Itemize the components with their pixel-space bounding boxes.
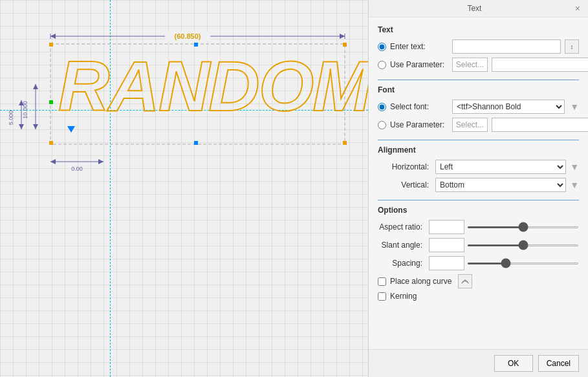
slant-angle-label: Slant angle: [378,241,426,250]
vertical-label: Vertical: [378,180,433,189]
horizontal-dropdown-arrow: ▼ [570,162,579,172]
slant-angle-slider[interactable] [467,244,579,246]
text-dialog: Text × Text Enter text: RANDOM ↕ Use Par… [368,0,588,377]
enter-text-radio[interactable] [378,43,386,51]
spacing-slider[interactable] [467,263,579,264]
text-icon-button[interactable]: ↕ [565,39,579,54]
options-divider [378,200,579,200]
dialog-footer: OK Cancel [369,349,588,377]
slant-angle-row: Slant angle: 0.000 [378,238,579,252]
canvas-area: (60.850) 10.000 5.000 0.00 RANDOM [0,0,368,377]
font-dropdown-arrow: ▼ [570,102,579,112]
kerning-row: Kerning [378,292,579,301]
alignment-section-title: Alignment [378,145,579,155]
svg-text:(60.850): (60.850) [175,32,201,40]
dialog-title: Text [375,4,574,13]
font-section-title: Font [378,85,579,94]
vertical-row: Vertical: Top Middle Bottom ▼ [378,178,579,192]
font-parameter-label: Use Parameter: [390,120,448,129]
svg-marker-2 [50,34,56,39]
aspect-ratio-input[interactable]: 1.000 [429,220,464,234]
font-parameter-row: Use Parameter: Select... [378,118,579,132]
spacing-row: Spacing: 1.000 [378,256,579,270]
svg-rect-25 [194,141,198,145]
options-section: Options Aspect ratio: 1.000 Slant angle:… [378,206,579,301]
select-font-row: Select font: <ttf>Shannon Bold ▼ [378,100,579,114]
use-parameter-radio[interactable] [378,61,386,69]
svg-marker-15 [50,159,56,164]
svg-rect-26 [49,100,53,104]
spacing-label: Spacing: [378,259,426,268]
horizontal-select[interactable]: Left Center Right [435,160,566,174]
svg-rect-22 [49,141,53,145]
svg-marker-3 [340,34,345,39]
font-select[interactable]: <ttf>Shannon Bold [452,100,565,114]
enter-text-row: Enter text: RANDOM ↕ [378,39,579,54]
dialog-titlebar: Text × [369,0,588,17]
kerning-label: Kerning [390,292,417,301]
svg-marker-8 [33,124,38,129]
place-along-curve-checkbox[interactable] [378,277,386,286]
kerning-checkbox[interactable] [378,292,386,301]
cancel-button[interactable]: Cancel [538,355,579,372]
aspect-ratio-row: Aspect ratio: 1.000 [378,220,579,234]
font-section: Font Select font: <ttf>Shannon Bold ▼ Us… [378,85,579,132]
svg-rect-20 [49,43,53,47]
font-parameter-select[interactable]: Select... [452,118,488,132]
dialog-content: Text Enter text: RANDOM ↕ Use Parameter:… [369,17,588,349]
curve-icon-button[interactable] [458,274,472,288]
spacing-input[interactable]: 1.000 [429,256,464,270]
aspect-ratio-label: Aspect ratio: [378,222,426,232]
spacing-slider-container [467,263,579,264]
ok-button[interactable]: OK [494,355,533,372]
alignment-divider [378,140,579,140]
curve-icon [461,277,470,286]
font-divider [378,80,579,80]
slant-angle-slider-container [467,244,579,246]
select-font-radio[interactable] [378,103,386,111]
text-section-title: Text [378,25,579,34]
svg-text:0.00: 0.00 [71,166,83,172]
svg-rect-4 [165,31,210,41]
close-button[interactable]: × [574,4,582,13]
select-font-label: Select font: [390,102,448,111]
horizontal-label: Horizontal: [378,162,433,171]
font-parameter-radio[interactable] [378,121,386,129]
use-parameter-value[interactable] [492,58,588,72]
enter-text-label: Enter text: [390,42,448,51]
slant-angle-input[interactable]: 0.000 [429,238,464,252]
svg-rect-23 [343,141,347,145]
vertical-dropdown-arrow: ▼ [570,180,579,190]
svg-text:5.000: 5.000 [8,111,14,125]
options-section-title: Options [378,206,579,215]
enter-text-input[interactable]: RANDOM [452,39,561,54]
vertical-select[interactable]: Top Middle Bottom [435,178,566,192]
place-along-curve-row: Place along curve [378,274,579,288]
place-along-curve-label: Place along curve [390,277,452,286]
aspect-ratio-slider[interactable] [467,226,579,228]
use-parameter-select[interactable]: Select... [452,58,488,72]
svg-marker-7 [33,84,38,89]
alignment-section: Alignment Horizontal: Left Center Right … [378,145,579,192]
svg-marker-12 [19,124,24,129]
font-parameter-value[interactable] [492,118,588,132]
text-section: Text Enter text: RANDOM ↕ Use Parameter:… [378,25,579,72]
canvas-text-random: RANDOM [58,50,368,122]
use-parameter-label: Use Parameter: [390,60,448,69]
svg-marker-16 [98,159,103,164]
horizontal-row: Horizontal: Left Center Right ▼ [378,160,579,174]
aspect-ratio-slider-container [467,226,579,228]
use-parameter-row: Use Parameter: Select... [378,58,579,72]
blue-point-marker [67,126,75,133]
svg-marker-11 [19,100,24,105]
